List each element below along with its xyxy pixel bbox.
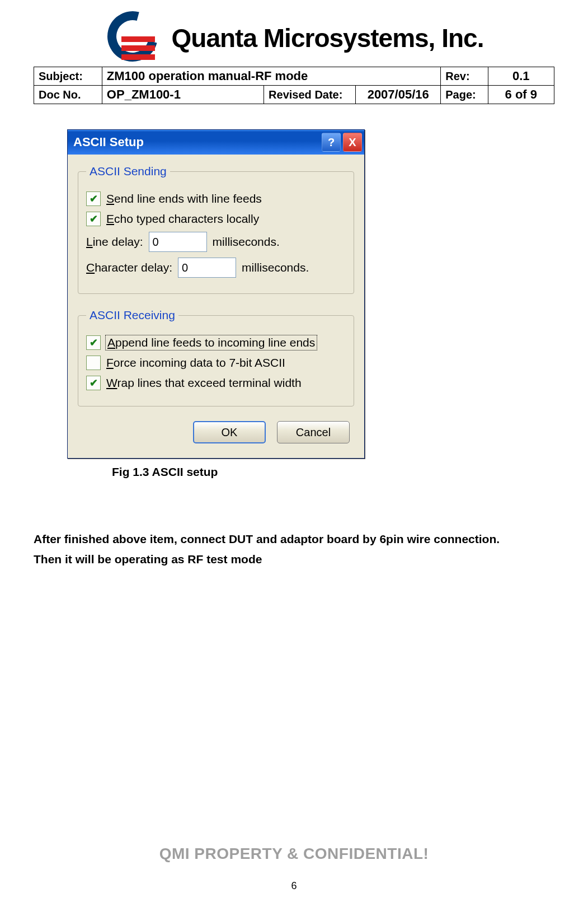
char-delay-label: Character delay: (86, 261, 172, 274)
force-7bit-checkbox[interactable] (86, 356, 101, 370)
char-delay-suffix: milliseconds. (242, 261, 309, 274)
docno-value: OP_ZM100-1 (102, 86, 264, 104)
subject-label: Subject: (34, 67, 102, 86)
wrap-lines-checkbox[interactable] (86, 376, 101, 390)
line-delay-label: Line delay: (86, 235, 143, 249)
send-line-ends-checkbox[interactable] (86, 191, 101, 206)
ascii-receiving-legend: ASCII Receiving (86, 309, 178, 322)
body-line-1: After finished above item, connect DUT a… (34, 529, 554, 549)
company-logo-icon (105, 11, 161, 64)
help-button[interactable]: ? (322, 133, 341, 152)
footer-page-number: 6 (0, 880, 588, 892)
ascii-sending-group: ASCII Sending Send line ends with line f… (78, 165, 354, 294)
page-value: 6 of 9 (488, 86, 554, 104)
ascii-sending-legend: ASCII Sending (86, 165, 170, 178)
revdate-label: Revised Date: (264, 86, 356, 104)
force-7bit-label: Force incoming data to 7-bit ASCII (106, 356, 285, 370)
char-delay-input[interactable] (178, 258, 236, 278)
ok-button[interactable]: OK (193, 421, 266, 443)
echo-typed-label: Echo typed characters locally (106, 212, 259, 226)
append-lf-row[interactable]: Append line feeds to incoming line ends (86, 335, 346, 350)
document-header-table: Subject: ZM100 operation manual-RF mode … (34, 67, 554, 104)
line-delay-input[interactable] (149, 232, 207, 252)
revdate-value: 2007/05/16 (356, 86, 441, 104)
company-header: Quanta Microsystems, Inc. (34, 11, 554, 64)
echo-typed-row[interactable]: Echo typed characters locally (86, 212, 346, 226)
append-lf-checkbox[interactable] (86, 335, 101, 350)
char-delay-row: Character delay: milliseconds. (86, 258, 346, 278)
close-button[interactable]: X (343, 133, 362, 152)
echo-typed-checkbox[interactable] (86, 212, 101, 226)
rev-label: Rev: (441, 67, 488, 86)
subject-value: ZM100 operation manual-RF mode (102, 67, 440, 86)
page-label: Page: (441, 86, 488, 104)
footer-confidential: QMI PROPERTY & CONFIDENTIAL! (0, 845, 588, 863)
dialog-titlebar[interactable]: ASCII Setup ? X (68, 130, 364, 155)
figure-caption: Fig 1.3 ASCII setup (112, 465, 554, 479)
company-name: Quanta Microsystems, Inc. (172, 23, 484, 53)
line-delay-suffix: milliseconds. (213, 235, 280, 249)
line-delay-row: Line delay: milliseconds. (86, 232, 346, 252)
wrap-lines-label: Wrap lines that exceed terminal width (106, 376, 302, 390)
rev-value: 0.1 (488, 67, 554, 86)
close-icon: X (349, 136, 356, 149)
ascii-receiving-group: ASCII Receiving Append line feeds to inc… (78, 309, 354, 406)
ascii-setup-dialog: ASCII Setup ? X ASCII Sending Send line … (67, 129, 365, 459)
help-icon: ? (328, 136, 335, 149)
cancel-button[interactable]: Cancel (277, 421, 350, 443)
body-line-2: Then it will be operating as RF test mod… (34, 549, 554, 569)
body-paragraph: After finished above item, connect DUT a… (34, 529, 554, 569)
append-lf-label: Append line feeds to incoming line ends (106, 336, 316, 349)
force-7bit-row[interactable]: Force incoming data to 7-bit ASCII (86, 356, 346, 370)
send-line-ends-row[interactable]: Send line ends with line feeds (86, 191, 346, 206)
send-line-ends-label: Send line ends with line feeds (106, 192, 262, 205)
dialog-title: ASCII Setup (73, 135, 319, 149)
docno-label: Doc No. (34, 86, 102, 104)
wrap-lines-row[interactable]: Wrap lines that exceed terminal width (86, 376, 346, 390)
